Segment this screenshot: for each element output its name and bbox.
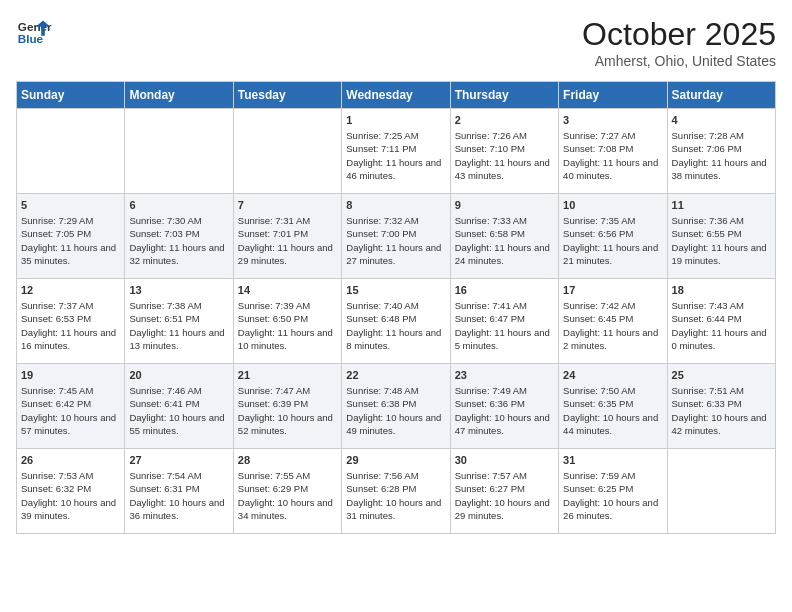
day-info: Sunrise: 7:47 AM Sunset: 6:39 PM Dayligh… [238, 384, 337, 437]
day-info: Sunrise: 7:35 AM Sunset: 6:56 PM Dayligh… [563, 214, 662, 267]
calendar-cell [667, 449, 775, 534]
calendar-cell: 18Sunrise: 7:43 AM Sunset: 6:44 PM Dayli… [667, 279, 775, 364]
day-info: Sunrise: 7:30 AM Sunset: 7:03 PM Dayligh… [129, 214, 228, 267]
calendar-week-row: 26Sunrise: 7:53 AM Sunset: 6:32 PM Dayli… [17, 449, 776, 534]
day-info: Sunrise: 7:54 AM Sunset: 6:31 PM Dayligh… [129, 469, 228, 522]
day-info: Sunrise: 7:39 AM Sunset: 6:50 PM Dayligh… [238, 299, 337, 352]
col-header-monday: Monday [125, 82, 233, 109]
calendar-cell: 3Sunrise: 7:27 AM Sunset: 7:08 PM Daylig… [559, 109, 667, 194]
day-number: 1 [346, 114, 445, 126]
calendar-cell: 21Sunrise: 7:47 AM Sunset: 6:39 PM Dayli… [233, 364, 341, 449]
day-number: 13 [129, 284, 228, 296]
day-number: 18 [672, 284, 771, 296]
calendar-cell: 1Sunrise: 7:25 AM Sunset: 7:11 PM Daylig… [342, 109, 450, 194]
calendar-cell: 2Sunrise: 7:26 AM Sunset: 7:10 PM Daylig… [450, 109, 558, 194]
day-number: 19 [21, 369, 120, 381]
col-header-thursday: Thursday [450, 82, 558, 109]
day-number: 20 [129, 369, 228, 381]
title-block: October 2025 Amherst, Ohio, United State… [582, 16, 776, 69]
day-number: 22 [346, 369, 445, 381]
page-header: General Blue October 2025 Amherst, Ohio,… [16, 16, 776, 69]
day-number: 25 [672, 369, 771, 381]
day-info: Sunrise: 7:45 AM Sunset: 6:42 PM Dayligh… [21, 384, 120, 437]
col-header-saturday: Saturday [667, 82, 775, 109]
day-info: Sunrise: 7:46 AM Sunset: 6:41 PM Dayligh… [129, 384, 228, 437]
calendar-cell [17, 109, 125, 194]
day-info: Sunrise: 7:29 AM Sunset: 7:05 PM Dayligh… [21, 214, 120, 267]
calendar-week-row: 19Sunrise: 7:45 AM Sunset: 6:42 PM Dayli… [17, 364, 776, 449]
day-number: 23 [455, 369, 554, 381]
calendar-header-row: SundayMondayTuesdayWednesdayThursdayFrid… [17, 82, 776, 109]
svg-text:Blue: Blue [18, 32, 44, 45]
calendar-cell: 5Sunrise: 7:29 AM Sunset: 7:05 PM Daylig… [17, 194, 125, 279]
calendar-cell [233, 109, 341, 194]
day-number: 14 [238, 284, 337, 296]
day-number: 28 [238, 454, 337, 466]
calendar-cell: 14Sunrise: 7:39 AM Sunset: 6:50 PM Dayli… [233, 279, 341, 364]
day-info: Sunrise: 7:26 AM Sunset: 7:10 PM Dayligh… [455, 129, 554, 182]
day-number: 26 [21, 454, 120, 466]
day-info: Sunrise: 7:38 AM Sunset: 6:51 PM Dayligh… [129, 299, 228, 352]
calendar-cell: 13Sunrise: 7:38 AM Sunset: 6:51 PM Dayli… [125, 279, 233, 364]
day-info: Sunrise: 7:55 AM Sunset: 6:29 PM Dayligh… [238, 469, 337, 522]
day-number: 6 [129, 199, 228, 211]
day-info: Sunrise: 7:59 AM Sunset: 6:25 PM Dayligh… [563, 469, 662, 522]
month-title: October 2025 [582, 16, 776, 53]
calendar-cell: 19Sunrise: 7:45 AM Sunset: 6:42 PM Dayli… [17, 364, 125, 449]
day-number: 27 [129, 454, 228, 466]
day-number: 31 [563, 454, 662, 466]
day-info: Sunrise: 7:28 AM Sunset: 7:06 PM Dayligh… [672, 129, 771, 182]
calendar-cell: 10Sunrise: 7:35 AM Sunset: 6:56 PM Dayli… [559, 194, 667, 279]
calendar-cell: 23Sunrise: 7:49 AM Sunset: 6:36 PM Dayli… [450, 364, 558, 449]
calendar-week-row: 5Sunrise: 7:29 AM Sunset: 7:05 PM Daylig… [17, 194, 776, 279]
calendar-cell: 6Sunrise: 7:30 AM Sunset: 7:03 PM Daylig… [125, 194, 233, 279]
day-number: 21 [238, 369, 337, 381]
calendar-table: SundayMondayTuesdayWednesdayThursdayFrid… [16, 81, 776, 534]
day-info: Sunrise: 7:51 AM Sunset: 6:33 PM Dayligh… [672, 384, 771, 437]
calendar-cell: 20Sunrise: 7:46 AM Sunset: 6:41 PM Dayli… [125, 364, 233, 449]
col-header-tuesday: Tuesday [233, 82, 341, 109]
logo: General Blue [16, 16, 52, 52]
calendar-cell: 29Sunrise: 7:56 AM Sunset: 6:28 PM Dayli… [342, 449, 450, 534]
day-info: Sunrise: 7:53 AM Sunset: 6:32 PM Dayligh… [21, 469, 120, 522]
day-info: Sunrise: 7:48 AM Sunset: 6:38 PM Dayligh… [346, 384, 445, 437]
calendar-week-row: 1Sunrise: 7:25 AM Sunset: 7:11 PM Daylig… [17, 109, 776, 194]
calendar-cell: 11Sunrise: 7:36 AM Sunset: 6:55 PM Dayli… [667, 194, 775, 279]
day-number: 2 [455, 114, 554, 126]
location-subtitle: Amherst, Ohio, United States [582, 53, 776, 69]
day-info: Sunrise: 7:31 AM Sunset: 7:01 PM Dayligh… [238, 214, 337, 267]
day-info: Sunrise: 7:32 AM Sunset: 7:00 PM Dayligh… [346, 214, 445, 267]
day-info: Sunrise: 7:37 AM Sunset: 6:53 PM Dayligh… [21, 299, 120, 352]
day-info: Sunrise: 7:40 AM Sunset: 6:48 PM Dayligh… [346, 299, 445, 352]
day-number: 9 [455, 199, 554, 211]
col-header-wednesday: Wednesday [342, 82, 450, 109]
day-info: Sunrise: 7:25 AM Sunset: 7:11 PM Dayligh… [346, 129, 445, 182]
day-number: 16 [455, 284, 554, 296]
calendar-cell: 17Sunrise: 7:42 AM Sunset: 6:45 PM Dayli… [559, 279, 667, 364]
col-header-friday: Friday [559, 82, 667, 109]
day-number: 17 [563, 284, 662, 296]
day-info: Sunrise: 7:50 AM Sunset: 6:35 PM Dayligh… [563, 384, 662, 437]
day-number: 24 [563, 369, 662, 381]
calendar-cell: 26Sunrise: 7:53 AM Sunset: 6:32 PM Dayli… [17, 449, 125, 534]
day-number: 30 [455, 454, 554, 466]
day-number: 7 [238, 199, 337, 211]
calendar-cell: 7Sunrise: 7:31 AM Sunset: 7:01 PM Daylig… [233, 194, 341, 279]
day-info: Sunrise: 7:42 AM Sunset: 6:45 PM Dayligh… [563, 299, 662, 352]
calendar-cell: 24Sunrise: 7:50 AM Sunset: 6:35 PM Dayli… [559, 364, 667, 449]
calendar-cell: 8Sunrise: 7:32 AM Sunset: 7:00 PM Daylig… [342, 194, 450, 279]
day-info: Sunrise: 7:43 AM Sunset: 6:44 PM Dayligh… [672, 299, 771, 352]
day-info: Sunrise: 7:33 AM Sunset: 6:58 PM Dayligh… [455, 214, 554, 267]
day-info: Sunrise: 7:49 AM Sunset: 6:36 PM Dayligh… [455, 384, 554, 437]
day-number: 29 [346, 454, 445, 466]
calendar-cell: 15Sunrise: 7:40 AM Sunset: 6:48 PM Dayli… [342, 279, 450, 364]
calendar-cell [125, 109, 233, 194]
calendar-cell: 25Sunrise: 7:51 AM Sunset: 6:33 PM Dayli… [667, 364, 775, 449]
calendar-cell: 12Sunrise: 7:37 AM Sunset: 6:53 PM Dayli… [17, 279, 125, 364]
calendar-cell: 22Sunrise: 7:48 AM Sunset: 6:38 PM Dayli… [342, 364, 450, 449]
calendar-week-row: 12Sunrise: 7:37 AM Sunset: 6:53 PM Dayli… [17, 279, 776, 364]
calendar-cell: 4Sunrise: 7:28 AM Sunset: 7:06 PM Daylig… [667, 109, 775, 194]
day-number: 10 [563, 199, 662, 211]
day-info: Sunrise: 7:36 AM Sunset: 6:55 PM Dayligh… [672, 214, 771, 267]
day-number: 15 [346, 284, 445, 296]
